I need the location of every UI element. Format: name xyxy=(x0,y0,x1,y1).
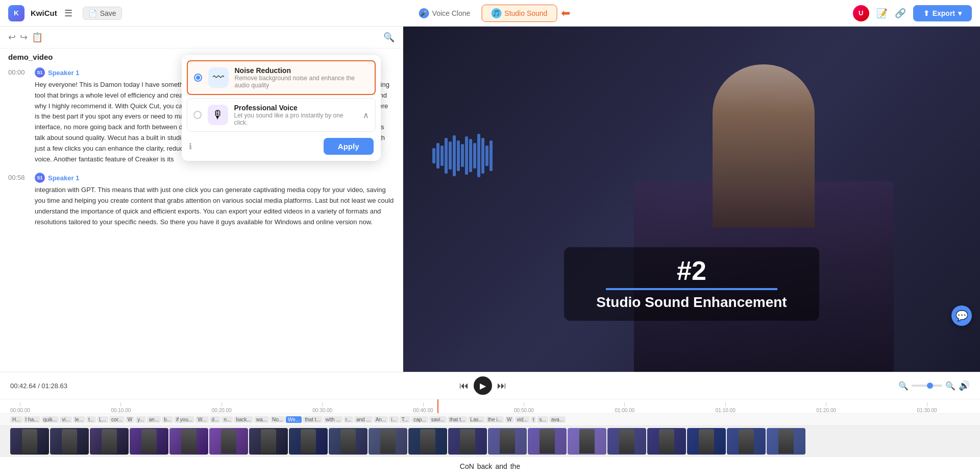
timeline-thumb[interactable] xyxy=(408,428,447,455)
left-toolbar: ↩ ↪ 📋 🔍 xyxy=(0,27,403,49)
chat-bubble[interactable]: 💬 xyxy=(951,305,972,326)
timeline-word[interactable]: s... xyxy=(537,416,548,423)
timeline-word[interactable]: cor... xyxy=(109,416,125,423)
timeline-thumb[interactable] xyxy=(528,428,567,455)
timeline-word[interactable]: W... xyxy=(195,416,208,423)
timeline-thumb[interactable] xyxy=(130,428,168,455)
timeline-thumb[interactable] xyxy=(10,428,49,455)
timeline-thumb[interactable] xyxy=(607,428,646,455)
timeline-word[interactable]: back... xyxy=(234,416,253,423)
radio-professional-voice[interactable] xyxy=(193,111,202,119)
timeline-word[interactable]: vi... xyxy=(60,416,72,423)
timeline-word[interactable]: y... xyxy=(135,416,146,423)
timeline-word[interactable]: W xyxy=(505,416,513,423)
timeline-thumb[interactable] xyxy=(209,428,248,455)
menu-icon[interactable]: ☰ xyxy=(64,8,72,19)
timeline-thumb[interactable] xyxy=(448,428,487,455)
tab-studio-sound[interactable]: 🎵 Studio Sound xyxy=(481,5,557,22)
timeline-word[interactable]: n... xyxy=(222,416,233,423)
timeline-word[interactable]: savi... xyxy=(429,416,447,423)
apply-button[interactable]: Apply xyxy=(324,138,374,155)
zoom-slider[interactable] xyxy=(912,385,942,387)
timeline-thumb[interactable] xyxy=(369,428,407,455)
timeline-thumb[interactable] xyxy=(249,428,288,455)
timeline-word-active[interactable]: We... xyxy=(286,416,302,423)
timeline-thumb[interactable] xyxy=(568,428,606,455)
avatar: U xyxy=(853,5,869,21)
radio-noise-reduction[interactable] xyxy=(194,74,202,82)
timeline-thumb[interactable] xyxy=(329,428,368,455)
volume-icon[interactable]: 🔊 xyxy=(959,380,970,391)
timeline-word[interactable]: quik... xyxy=(41,416,59,423)
share-icon[interactable]: 🔗 xyxy=(895,8,906,19)
timeline-word[interactable]: d... xyxy=(210,416,221,423)
skip-back-button[interactable]: ⏮ xyxy=(459,381,469,391)
timeline-thumb[interactable] xyxy=(90,428,129,455)
arrow-indicator-icon: ⬅ xyxy=(561,7,570,20)
timeline-word[interactable]: le... xyxy=(73,416,85,423)
timeline-word[interactable]: T... xyxy=(400,416,410,423)
document-icon[interactable]: 📋 xyxy=(32,32,43,43)
video-area: #2 Studio Sound Enhancement xyxy=(403,27,980,372)
timeline-word[interactable]: vid... xyxy=(515,416,530,423)
speaker-name-2: S1 Speaker 1 xyxy=(35,173,395,183)
timeline-word[interactable]: i... xyxy=(389,416,399,423)
save-button[interactable]: 📄 Save xyxy=(83,7,122,20)
caption-word-1: CoN xyxy=(460,462,474,470)
ruler-mark-9: 01:30.00 xyxy=(917,402,937,413)
info-icon[interactable]: ℹ xyxy=(189,141,192,151)
timeline-word[interactable]: if you... xyxy=(174,416,194,423)
playback-bar: 00:42.64 / 01:28.63 ⏮ ▶ ⏭ 🔍 🔍 🔊 xyxy=(0,372,980,399)
export-button[interactable]: ⬆ Export ▾ xyxy=(913,5,972,21)
timeline-word[interactable]: an... xyxy=(147,416,161,423)
expand-icon[interactable]: ∧ xyxy=(363,110,369,120)
timeline-thumb[interactable] xyxy=(767,428,805,455)
timeline-word[interactable]: An... xyxy=(374,416,388,423)
zoom-in-button[interactable]: 🔍 xyxy=(945,381,955,391)
timeline-word[interactable]: Las... xyxy=(468,416,484,423)
timeline-thumb[interactable] xyxy=(50,428,89,455)
timeline-word[interactable]: wa... xyxy=(254,416,269,423)
timeline-word[interactable]: H... xyxy=(10,416,22,423)
timeline-thumb[interactable] xyxy=(687,428,726,455)
timeline-thumbnails xyxy=(0,426,980,457)
playhead[interactable] xyxy=(437,399,438,413)
timeline-thumb[interactable] xyxy=(488,428,527,455)
tab-voice-clone[interactable]: 🎤 Voice Clone xyxy=(410,5,480,21)
dropdown-item-noise-reduction[interactable]: 〰 Noise Reduction Remove background nois… xyxy=(187,60,376,95)
timeline-word[interactable]: ava... xyxy=(549,416,566,423)
zoom-out-button[interactable]: 🔍 xyxy=(898,381,909,391)
undo-icon[interactable]: ↩ xyxy=(8,32,16,43)
timeline-word[interactable]: with ... xyxy=(324,416,342,423)
timeline-word[interactable]: r... xyxy=(344,416,353,423)
transcript-text-2[interactable]: integration with GPT. This means that wi… xyxy=(35,185,395,227)
dropdown-item-professional-voice[interactable]: 🎙 Professional Voice Let you sound like … xyxy=(187,98,376,132)
timeline-word[interactable]: t xyxy=(531,416,536,423)
timeline-word[interactable]: L... xyxy=(97,416,108,423)
subtitles-icon[interactable]: 📝 xyxy=(876,8,888,19)
timeline-word[interactable]: and ... xyxy=(354,416,373,423)
ruler-mark-6: 01:00.00 xyxy=(615,402,634,413)
play-button[interactable]: ▶ xyxy=(474,376,492,395)
timeline-word[interactable]: the i... xyxy=(486,416,504,423)
ruler-marks: 00:00.00 00:10.00 00:20.00 00:30.00 00:4… xyxy=(10,399,970,413)
professional-voice-title: Professional Voice xyxy=(234,104,357,112)
timeline-word[interactable]: I ha... xyxy=(23,416,40,423)
timeline-thumb[interactable] xyxy=(289,428,328,455)
playback-time: 00:42.64 / 01:28.63 xyxy=(10,382,67,390)
zoom-thumb xyxy=(927,383,933,389)
timeline-thumb[interactable] xyxy=(169,428,208,455)
timeline-thumb[interactable] xyxy=(727,428,766,455)
timeline-thumb[interactable] xyxy=(647,428,686,455)
skip-forward-button[interactable]: ⏭ xyxy=(497,381,506,391)
timeline-word[interactable]: b... xyxy=(162,416,173,423)
timeline-word[interactable]: t... xyxy=(86,416,96,423)
timeline-word[interactable]: that t... xyxy=(303,416,323,423)
filter-icon[interactable]: 🔍 xyxy=(383,32,395,43)
timeline-word[interactable]: cap... xyxy=(411,416,428,423)
redo-icon[interactable]: ↪ xyxy=(20,32,28,43)
timeline-word[interactable]: No... xyxy=(270,416,285,423)
timeline-word[interactable]: W xyxy=(126,416,134,423)
timeline-word[interactable]: that t... xyxy=(448,416,468,423)
playback-controls: ⏮ ▶ ⏭ xyxy=(459,376,506,395)
